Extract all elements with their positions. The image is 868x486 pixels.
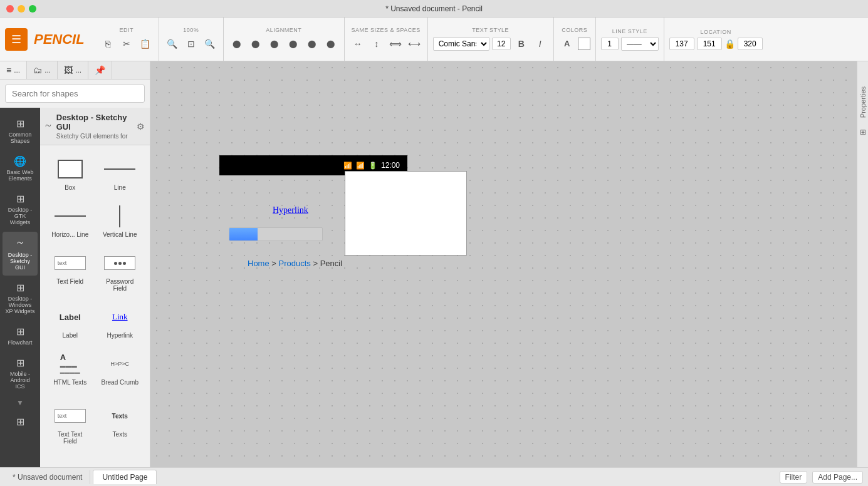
close-button[interactable] <box>6 5 14 13</box>
pin-tab[interactable]: 📌 <box>88 61 112 79</box>
shape-hyperlink[interactable]: Link Hyperlink <box>95 298 145 345</box>
collection-header: ~ Desktop - Sketchy GUI Sketchy GUI elem… <box>40 108 150 145</box>
shape-htmltexts[interactable]: A ▬▬▬ ▬▬▬▬ HTML Texts <box>45 345 95 392</box>
sidebar-item-desktop-windows[interactable]: ⊞ Desktop - Windows XP Widgets <box>3 277 38 319</box>
edit-label: EDIT <box>119 27 133 33</box>
panel-tabs: ≡ ... 🗂 ... 🖼 ... 📌 <box>0 61 150 80</box>
y-input[interactable] <box>697 38 722 50</box>
zoom-in-button[interactable]: 🔍 <box>202 36 218 52</box>
shape-textfield[interactable]: text Text Field <box>45 244 95 298</box>
collection-tab[interactable]: 🗂 ... <box>27 61 58 79</box>
canvas-rectangle[interactable] <box>345 171 467 256</box>
align-bottom-button[interactable]: ⬤ <box>323 36 339 52</box>
sidebar-item-mobile-android[interactable]: ⊞ Mobile - Android ICS <box>3 352 38 395</box>
flowchart-icon: ⊞ <box>16 326 24 338</box>
page-tab[interactable]: Untitled Page <box>93 470 157 484</box>
canvas-hyperlink[interactable]: Hyperlink <box>273 205 308 215</box>
width-input[interactable] <box>738 38 763 50</box>
collection-desc: Sketchy GUI elements for <box>56 133 132 140</box>
shape-line-preview <box>101 157 139 182</box>
align-top-button[interactable]: ⬤ <box>285 36 301 52</box>
align-right-button[interactable]: ⬤ <box>266 36 283 52</box>
shape-vline-label: Vertical Line <box>103 231 137 238</box>
shape-text2-label: Text Text Field <box>50 431 90 445</box>
shape-htmltexts-preview: A ▬▬▬ ▬▬▬▬ <box>51 351 89 376</box>
sidebar-item-flowchart[interactable]: ⊞ Flowchart <box>3 321 38 351</box>
align-middle-button[interactable]: ⬤ <box>304 36 320 52</box>
add-page-button[interactable]: Add Page... <box>812 471 863 483</box>
shapes-grid-2: text Text Text Field Texts Texts <box>40 397 150 456</box>
line-shape <box>104 168 135 170</box>
document-tab[interactable]: * Unsaved document <box>5 470 90 484</box>
breadcrumb-home-link[interactable]: Home <box>248 259 269 268</box>
x-input[interactable] <box>669 38 694 50</box>
paste-button[interactable]: 📋 <box>137 36 154 52</box>
minimize-button[interactable] <box>18 5 25 13</box>
line-width-input[interactable] <box>601 38 619 50</box>
canvas-breadcrumb[interactable]: Home > Products > Pencil <box>248 259 342 268</box>
shape-breadcrumb[interactable]: H>P>C Bread Crumb <box>95 345 145 392</box>
shape-texts[interactable]: Texts Texts <box>95 397 145 451</box>
zoom-fit-button[interactable]: ⊡ <box>183 36 199 52</box>
align-center-button[interactable]: ⬤ <box>248 36 264 52</box>
copy-button[interactable]: ⎘ <box>100 36 116 52</box>
distribute-v-button[interactable]: ⟷ <box>406 36 422 52</box>
left-panel: ≡ ... 🗂 ... 🖼 ... 📌 ⊞ <box>0 61 150 467</box>
sidebar-item-desktop-gtk[interactable]: ⊞ Desktop - GTK Widgets <box>3 188 38 230</box>
shape-vline[interactable]: Vertical Line <box>95 197 145 244</box>
pin-icon: 📌 <box>95 65 105 75</box>
zoom-label: 100% <box>183 27 199 33</box>
menu-button[interactable]: ☰ <box>5 28 28 51</box>
shape-hline[interactable]: Horizо... Line <box>45 197 95 244</box>
images-tab[interactable]: 🖼 ... <box>58 61 88 79</box>
zoom-out-button[interactable]: 🔍 <box>164 36 180 52</box>
align-left-button[interactable]: ⬤ <box>229 36 245 52</box>
fill-color-swatch[interactable] <box>578 38 590 50</box>
shape-box[interactable]: Box <box>45 150 95 197</box>
line-style-select[interactable]: —— <box>621 37 659 51</box>
text-color-icon[interactable]: A <box>559 36 575 52</box>
shapes-grid: Box Line Horizо... Line <box>40 145 150 397</box>
location-label: LOCATION <box>701 29 731 35</box>
lock-icon[interactable]: 🔒 <box>724 39 735 49</box>
line-style-label: LINE STYLE <box>612 28 647 34</box>
same-width-button[interactable]: ↔ <box>350 36 366 52</box>
same-height-button[interactable]: ↕ <box>369 36 385 52</box>
italic-button[interactable]: I <box>532 36 548 52</box>
sidebar-item-common[interactable]: ⊞ Common Shapes <box>3 113 38 149</box>
canvas-area[interactable]: 📶 📶 🔋 12:00 Hyperlink Home > Products > … <box>150 61 857 467</box>
line-style-section: LINE STYLE —— <box>596 18 664 61</box>
canvas-progressbar[interactable] <box>229 227 323 241</box>
font-size-input[interactable] <box>492 38 511 50</box>
shape-label[interactable]: Label Label <box>45 298 95 345</box>
sidebar-item-more[interactable]: ⊞ <box>3 411 38 433</box>
sliders-icon[interactable]: ⊞ <box>860 128 866 137</box>
sizes-section: SAME SIZES & SPACES ↔ ↕ ⟺ ⟷ <box>345 18 428 61</box>
sidebar-item-basic-web[interactable]: 🌐 Basic Web Elements <box>3 150 38 187</box>
search-input[interactable] <box>5 85 145 103</box>
shape-text2[interactable]: text Text Text Field <box>45 397 95 451</box>
shape-line[interactable]: Line <box>95 150 145 197</box>
gear-icon[interactable]: ⚙ <box>137 122 145 132</box>
window-controls[interactable] <box>6 5 36 13</box>
collection-name: Desktop - Sketchy GUI <box>56 113 132 132</box>
sidebar-item-desktop-sketchy-label: Desktop - Sketchy GUI <box>5 252 35 271</box>
shape-textfield-label: Text Field <box>56 278 83 285</box>
maximize-button[interactable] <box>29 5 36 13</box>
cut-button[interactable]: ✂ <box>118 36 135 52</box>
sidebar-item-mobile-android-label: Mobile - Android ICS <box>5 371 35 390</box>
shape-line-label: Line <box>114 184 126 191</box>
distribute-h-button[interactable]: ⟺ <box>387 36 404 52</box>
images-icon: 🖼 <box>64 65 73 75</box>
scroll-down-indicator[interactable]: ▼ <box>14 396 26 410</box>
textfield-shape: text <box>55 256 86 270</box>
breadcrumb-products-link[interactable]: Products <box>279 259 311 268</box>
right-panel[interactable]: Properties ⊞ <box>857 61 868 467</box>
shape-passwordfield[interactable]: Password Field <box>95 244 145 298</box>
layers-tab[interactable]: ≡ ... <box>0 61 27 79</box>
font-family-select[interactable]: Comic Sans <box>433 37 489 51</box>
text-style-section: TEXT STYLE Comic Sans B I <box>428 18 554 61</box>
filter-button[interactable]: Filter <box>780 471 808 483</box>
bold-button[interactable]: B <box>513 36 530 52</box>
sidebar-item-desktop-sketchy[interactable]: ~ Desktop - Sketchy GUI <box>3 232 38 276</box>
